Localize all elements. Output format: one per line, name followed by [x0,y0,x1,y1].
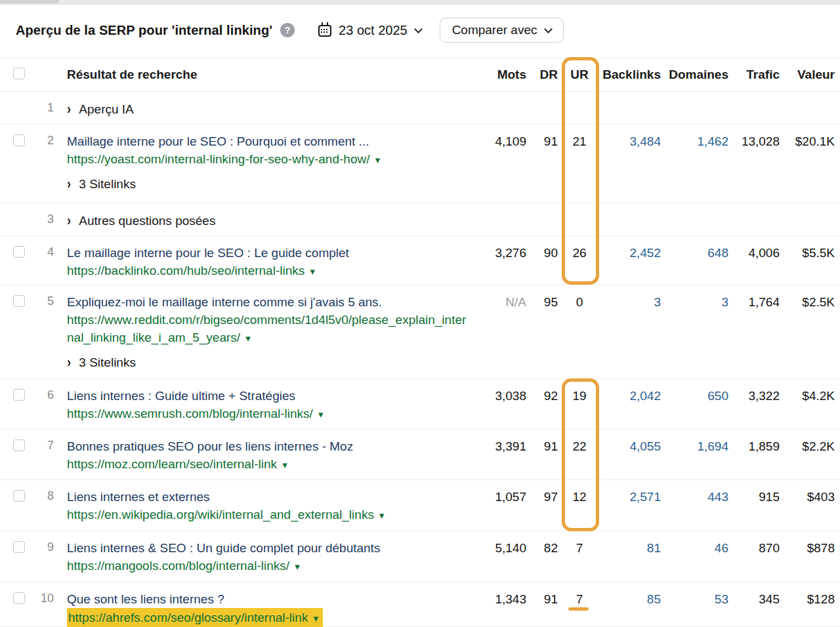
url-dropdown-triangle-icon[interactable]: ▾ [280,459,287,470]
result-url-link[interactable]: https://www.reddit.com/r/bigseo/comments… [67,313,466,344]
page-header: Aperçu de la SERP pour 'internal linking… [16,16,824,45]
result-url-link[interactable]: https://backlinko.com/hub/seo/internal-l… [67,264,315,277]
row-checkbox-cell [0,285,32,378]
result-title-link[interactable]: Bonnes pratiques SEO pour les liens inte… [67,437,470,455]
backlinks-link[interactable]: 85 [598,582,664,627]
trafic-value: 1,764 [728,285,781,378]
mots-value: 5,140 [470,531,526,582]
url-dropdown-triangle-icon[interactable]: ▾ [243,333,251,344]
result-url-link[interactable]: https://yoast.com/internal-linking-for-s… [67,152,380,166]
result-title-link[interactable]: Que sont les liens internes ? [67,590,470,608]
position-number: 9 [32,531,54,582]
domaines-link[interactable]: 443 [664,480,728,531]
dr-value: 92 [526,379,560,429]
compare-button[interactable]: Comparer avec [440,18,564,43]
page-title: Aperçu de la SERP pour 'internal linking… [16,23,272,38]
column-header-result[interactable]: Résultat de recherche [54,68,470,82]
result-url-link[interactable]: https://mangools.com/blog/internal-links… [67,559,300,573]
column-header-backlinks[interactable]: Backlinks [598,68,664,82]
mots-value: 1,343 [470,582,526,627]
dr-value: 90 [526,236,560,285]
column-header-domaines[interactable]: Domaines [664,68,728,82]
expand-chevron-icon: › [67,353,71,373]
ur-value: 12 [560,480,598,531]
serp-feature-toggle[interactable]: ›Autres questions posées [67,211,470,230]
result-url-link[interactable]: https://ahrefs.com/seo/glossary/internal… [67,608,323,627]
mots-value: 3,038 [470,379,526,429]
result-url-text: https://en.wikipedia.org/wiki/internal_a… [67,508,374,521]
ur-value: 22 [560,430,598,479]
row-checkbox[interactable] [13,295,25,307]
backlinks-link[interactable]: 2,571 [598,480,664,531]
url-dropdown-triangle-icon[interactable]: ▾ [310,613,318,624]
row-checkbox[interactable] [13,490,25,502]
ur-value: 21 [560,125,598,203]
table-row: 8 Liens internes et externes https://en.… [0,480,840,531]
compare-button-label: Comparer avec [452,23,537,37]
sitelinks-toggle[interactable]: ›3 Sitelinks [67,176,470,193]
domaines-link[interactable]: 1,462 [664,125,728,203]
row-checkbox-cell [0,430,32,479]
date-picker[interactable]: 23 oct 2025 [318,23,421,38]
url-dropdown-triangle-icon[interactable]: ▾ [307,266,315,277]
table-row: 9 Liens internes & SEO : Un guide comple… [0,531,840,582]
trafic-value: 1,859 [728,430,781,479]
select-all-checkbox[interactable] [13,68,25,79]
domaines-link[interactable]: 650 [664,379,728,429]
sitelinks-toggle[interactable]: ›3 Sitelinks [67,354,470,371]
row-checkbox[interactable] [13,134,25,146]
url-dropdown-triangle-icon[interactable]: ▾ [372,154,380,165]
backlinks-link[interactable]: 4,055 [598,430,664,479]
domaines-link[interactable]: 648 [664,236,728,285]
result-title-link[interactable]: Le maillage interne pour le SEO : Le gui… [67,244,470,262]
url-dropdown-triangle-icon[interactable]: ▾ [377,510,385,521]
column-header-valeur[interactable]: Valeur [781,68,840,82]
row-checkbox[interactable] [13,389,25,401]
row-checkbox-cell [0,236,32,285]
result-url-text: https://moz.com/learn/seo/internal-link [67,457,277,471]
result-title-link[interactable]: Liens internes & SEO : Un guide complet … [67,539,470,557]
backlinks-link[interactable]: 81 [598,531,664,582]
serp-feature-toggle[interactable]: ›Aperçu IA [67,100,470,118]
result-title-link[interactable]: Liens internes : Guide ultime + Stratégi… [67,387,470,405]
help-icon[interactable]: ? [280,23,295,37]
browser-edge-segment [0,0,59,3]
result-title-link[interactable]: Maillage interne pour le SEO : Pourquoi … [67,132,470,150]
table-row: 2 Maillage interne pour le SEO : Pourquo… [0,125,840,203]
trafic-value: 3,322 [728,379,781,429]
mots-value: 1,057 [470,480,526,531]
column-header-dr[interactable]: DR [526,68,560,82]
column-header-ur[interactable]: UR [560,68,598,82]
serp-feature-label: Aperçu IA [79,102,133,116]
result-url-link[interactable]: https://www.semrush.com/blog/internal-li… [67,407,324,420]
column-header-trafic[interactable]: Trafic [728,68,781,82]
valeur-value: $128 [781,582,840,627]
mots-value: 4,109 [470,125,526,203]
column-header-mots[interactable]: Mots [470,68,526,82]
serp-overview-page: Aperçu de la SERP pour 'internal linking… [0,0,840,627]
valeur-value: $5.5K [781,236,840,285]
row-checkbox[interactable] [13,439,25,451]
domaines-link[interactable]: 1,694 [664,430,728,479]
backlinks-link[interactable]: 2,452 [598,236,664,285]
mots-value: 3,276 [470,236,526,285]
url-dropdown-triangle-icon[interactable]: ▾ [316,409,324,420]
result-url-link[interactable]: https://en.wikipedia.org/wiki/internal_a… [67,508,385,521]
backlinks-link[interactable]: 3 [598,285,664,378]
result-title-link[interactable]: Liens internes et externes [67,488,470,506]
result-title-link[interactable]: Expliquez-moi le maillage interne comme … [67,293,470,311]
url-dropdown-triangle-icon[interactable]: ▾ [292,561,300,572]
valeur-value: $2.5K [781,285,840,378]
domaines-link[interactable]: 3 [664,285,728,378]
backlinks-link[interactable]: 3,484 [598,125,664,203]
position-number: 2 [32,125,54,203]
backlinks-link[interactable]: 2,042 [598,379,664,429]
domaines-link[interactable]: 53 [664,582,728,627]
row-checkbox[interactable] [13,541,25,553]
row-checkbox[interactable] [13,592,25,604]
result-url-link[interactable]: https://moz.com/learn/seo/internal-link … [67,457,287,471]
ur-value: 7 [560,531,598,582]
row-checkbox[interactable] [13,246,25,258]
table-body: 1 ›Aperçu IA 2 Maillage interne pour le … [0,92,840,627]
domaines-link[interactable]: 46 [664,531,728,582]
